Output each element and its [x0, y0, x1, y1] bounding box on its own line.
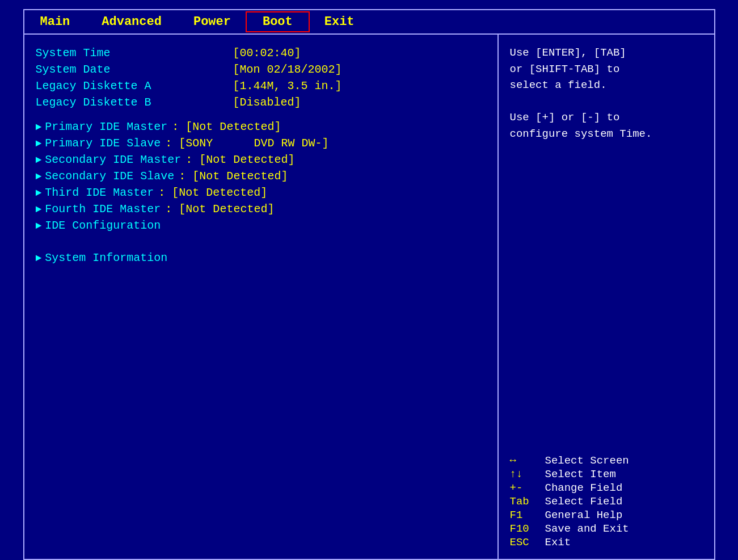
field-row-system-date: System Date [Mon 02/18/2002] — [36, 61, 486, 78]
submenu-label-fourth-master: Fourth IDE Master — [45, 203, 161, 216]
arrow-icon: ► — [36, 187, 42, 199]
field-label-system-time: System Time — [36, 47, 229, 60]
submenu-label-secondary-slave: Secondary IDE Slave — [45, 170, 174, 183]
submenu-third-ide-master[interactable]: ► Third IDE Master : [Not Detected] — [36, 184, 486, 201]
arrow-icon: ► — [36, 204, 42, 215]
submenu-label-primary-master: Primary IDE Master — [45, 120, 167, 133]
menu-item-power[interactable]: Power — [178, 12, 247, 31]
key-sym-f10: F10 — [510, 523, 545, 535]
submenu-value-fourth-master: : [Not Detected] — [165, 203, 274, 216]
submenu-label-system-info: System Information — [45, 251, 167, 264]
key-desc-select-screen: Select Screen — [545, 454, 629, 467]
submenu-value-third-master: : [Not Detected] — [158, 186, 267, 199]
submenu-secondary-ide-slave[interactable]: ► Secondary IDE Slave : [Not Detected] — [36, 168, 486, 184]
field-value-system-time[interactable]: [00:02:40] — [233, 47, 301, 60]
menu-item-boot[interactable]: Boot — [247, 12, 309, 31]
field-row-system-time: System Time [00:02:40] — [36, 45, 486, 61]
left-panel: System Time [00:02:40] System Date [Mon … — [24, 35, 499, 559]
field-row-diskette-a: Legacy Diskette A [1.44M, 3.5 in.] — [36, 78, 486, 94]
menu-item-advanced[interactable]: Advanced — [86, 12, 178, 31]
submenu-value-secondary-master: : [Not Detected] — [185, 153, 294, 166]
submenu-value-primary-slave: : [SONY DVD RW DW-] — [165, 137, 328, 150]
key-sym-esc: ESC — [510, 536, 545, 549]
key-desc-save-exit: Save and Exit — [545, 523, 629, 535]
key-desc-esc: Exit — [545, 536, 571, 549]
key-table: ↔ Select Screen ↑↓ Select Item +- Change… — [510, 454, 703, 549]
field-row-diskette-b: Legacy Diskette B [Disabled] — [36, 94, 486, 111]
field-value-diskette-b[interactable]: [Disabled] — [233, 96, 301, 109]
submenu-label-third-master: Third IDE Master — [45, 186, 154, 199]
field-label-diskette-a: Legacy Diskette A — [36, 79, 229, 92]
help-text: Use [ENTER], [TAB] or [SHIFT-TAB] to sel… — [510, 45, 703, 142]
arrow-icon: ► — [36, 154, 42, 166]
right-panel: Use [ENTER], [TAB] or [SHIFT-TAB] to sel… — [499, 35, 714, 559]
key-row-save-exit: F10 Save and Exit — [510, 523, 703, 535]
arrow-icon: ► — [36, 220, 42, 231]
submenu-label-secondary-master: Secondary IDE Master — [45, 153, 181, 166]
key-row-select-field: Tab Select Field — [510, 495, 703, 508]
key-desc-select-item: Select Item — [545, 468, 616, 481]
key-row-general-help: F1 General Help — [510, 509, 703, 521]
submenu-value-secondary-slave: : [Not Detected] — [179, 170, 288, 183]
key-sym-arrows-lr: ↔ — [510, 454, 545, 467]
submenu-system-information[interactable]: ► System Information — [36, 250, 486, 266]
menu-bar: Main Advanced Power Boot Exit — [23, 9, 715, 33]
submenu-ide-configuration[interactable]: ► IDE Configuration — [36, 217, 486, 234]
menu-item-exit[interactable]: Exit — [309, 12, 370, 31]
key-sym-arrows-ud: ↑↓ — [510, 468, 545, 481]
arrow-icon: ► — [36, 121, 42, 133]
key-desc-change-field: Change Field — [545, 482, 623, 494]
arrow-icon: ► — [36, 138, 42, 149]
submenu-label-primary-slave: Primary IDE Slave — [45, 137, 161, 150]
key-sym-tab: Tab — [510, 495, 545, 508]
key-row-esc: ESC Exit — [510, 536, 703, 549]
submenu-fourth-ide-master[interactable]: ► Fourth IDE Master : [Not Detected] — [36, 201, 486, 217]
field-value-system-date[interactable]: [Mon 02/18/2002] — [233, 63, 342, 76]
key-sym-plusminus: +- — [510, 482, 545, 494]
submenu-primary-ide-slave[interactable]: ► Primary IDE Slave : [SONY DVD RW DW-] — [36, 135, 486, 151]
arrow-icon: ► — [36, 252, 42, 264]
submenu-primary-ide-master[interactable]: ► Primary IDE Master : [Not Detected] — [36, 119, 486, 135]
key-row-change-field: +- Change Field — [510, 482, 703, 494]
bios-title — [0, 0, 738, 9]
submenu-label-ide-config: IDE Configuration — [45, 219, 161, 232]
field-value-diskette-a[interactable]: [1.44M, 3.5 in.] — [233, 79, 342, 92]
key-row-select-screen: ↔ Select Screen — [510, 454, 703, 467]
key-row-select-item: ↑↓ Select Item — [510, 468, 703, 481]
main-container: System Time [00:02:40] System Date [Mon … — [23, 33, 715, 560]
key-desc-general-help: General Help — [545, 509, 623, 521]
field-label-diskette-b: Legacy Diskette B — [36, 96, 229, 109]
field-label-system-date: System Date — [36, 63, 229, 76]
submenu-value-primary-master: : [Not Detected] — [172, 120, 281, 133]
key-sym-f1: F1 — [510, 509, 545, 521]
key-desc-select-field: Select Field — [545, 495, 623, 508]
arrow-icon: ► — [36, 171, 42, 182]
submenu-secondary-ide-master[interactable]: ► Secondary IDE Master : [Not Detected] — [36, 151, 486, 168]
menu-item-main[interactable]: Main — [24, 12, 86, 31]
